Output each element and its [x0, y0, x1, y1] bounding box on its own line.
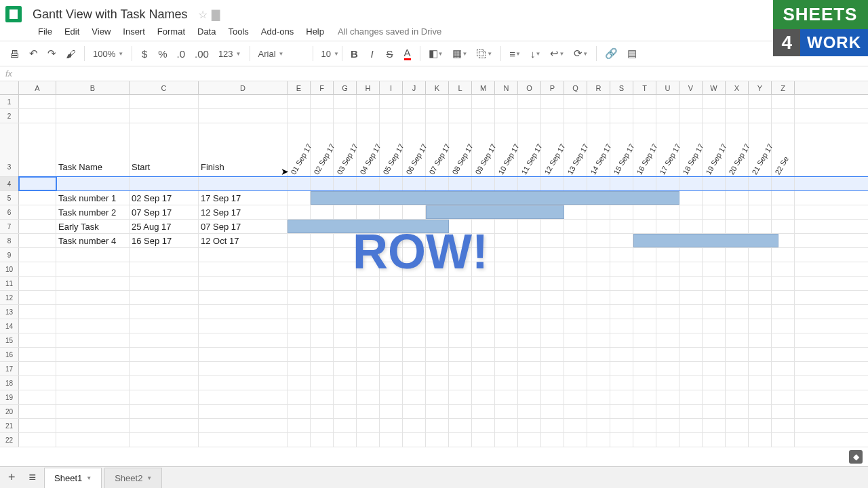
cell[interactable] [311, 362, 334, 375]
cell[interactable] [19, 262, 56, 276]
cell[interactable] [19, 419, 56, 432]
cell[interactable] [726, 362, 749, 375]
cell[interactable] [587, 234, 610, 247]
cell[interactable] [633, 333, 656, 347]
cell[interactable] [472, 348, 495, 361]
cell[interactable] [726, 419, 749, 432]
cell[interactable] [426, 433, 449, 447]
cell[interactable] [703, 95, 726, 108]
row-header[interactable]: 8 [0, 234, 19, 247]
cell[interactable] [656, 177, 679, 190]
cell[interactable] [130, 248, 199, 262]
cell[interactable] [288, 205, 311, 219]
cell[interactable] [19, 248, 56, 262]
cell[interactable] [587, 405, 610, 418]
cell[interactable] [633, 348, 656, 361]
cell[interactable] [472, 390, 495, 404]
menu-insert[interactable]: Insert [117, 24, 151, 39]
cell[interactable] [426, 390, 449, 404]
cell[interactable] [749, 262, 772, 276]
percent-icon[interactable]: % [154, 45, 171, 63]
cell[interactable] [130, 291, 199, 304]
cell[interactable] [772, 376, 795, 390]
cell[interactable] [726, 191, 749, 205]
row-header[interactable]: 11 [0, 277, 19, 290]
cell[interactable] [472, 419, 495, 432]
cell[interactable] [633, 419, 656, 432]
fill-color-icon[interactable]: ◧▼ [425, 44, 448, 63]
cell[interactable] [495, 433, 518, 447]
cell[interactable] [679, 390, 703, 404]
cell[interactable] [656, 433, 679, 447]
cell[interactable] [679, 205, 703, 219]
cell[interactable] [288, 405, 311, 418]
cell[interactable] [495, 376, 518, 390]
cell[interactable] [726, 376, 749, 390]
row-header[interactable]: 2 [0, 109, 19, 123]
cell[interactable] [610, 348, 633, 361]
cell[interactable] [679, 95, 703, 108]
row-header[interactable]: 5 [0, 191, 19, 205]
cell[interactable] [679, 405, 703, 418]
cell[interactable] [334, 319, 357, 333]
cell[interactable] [610, 234, 633, 247]
cell[interactable] [587, 109, 610, 123]
cell[interactable] [380, 319, 403, 333]
cell[interactable] [449, 291, 472, 304]
col-header[interactable]: D [199, 81, 288, 94]
cell[interactable] [772, 305, 795, 319]
cell[interactable] [587, 433, 610, 447]
cell[interactable] [56, 291, 130, 304]
cell[interactable] [495, 277, 518, 290]
cell[interactable]: Task Name [56, 123, 130, 176]
cell[interactable] [726, 205, 749, 219]
cell[interactable] [703, 220, 726, 233]
cell[interactable] [426, 95, 449, 108]
cell[interactable] [56, 177, 130, 190]
cell[interactable]: 17 Sep 17 [656, 123, 679, 176]
cell[interactable] [564, 234, 587, 247]
col-header[interactable]: W [703, 81, 726, 94]
cell[interactable] [679, 277, 703, 290]
h-align-icon[interactable]: ≡▼ [505, 45, 525, 63]
cell[interactable]: 02 Sep 17 [130, 191, 199, 205]
cell[interactable] [679, 333, 703, 347]
sheet-tab-2[interactable]: Sheet2▼ [104, 468, 162, 488]
cell[interactable] [610, 177, 633, 190]
col-header[interactable]: O [518, 81, 541, 94]
link-icon[interactable]: 🔗 [601, 44, 622, 63]
cell[interactable]: 09 Sep 17 [472, 123, 495, 176]
cell[interactable] [426, 109, 449, 123]
cell[interactable] [495, 95, 518, 108]
cell[interactable] [288, 191, 311, 205]
cell[interactable]: 18 Sep 17 [679, 123, 703, 176]
cell[interactable] [311, 348, 334, 361]
cell[interactable] [199, 376, 288, 390]
cell[interactable] [772, 220, 795, 233]
cell[interactable]: 11 Sep 17 [518, 123, 541, 176]
cell[interactable] [656, 305, 679, 319]
row-header[interactable]: 13 [0, 305, 19, 319]
cell[interactable] [472, 291, 495, 304]
cell[interactable] [19, 319, 56, 333]
cell[interactable] [610, 220, 633, 233]
cell[interactable] [703, 419, 726, 432]
cell[interactable] [656, 405, 679, 418]
cell[interactable] [541, 376, 564, 390]
cell[interactable] [587, 277, 610, 290]
col-header[interactable]: C [130, 81, 199, 94]
cell[interactable] [633, 376, 656, 390]
cell[interactable] [587, 319, 610, 333]
cell[interactable] [703, 390, 726, 404]
cell[interactable] [587, 348, 610, 361]
menu-edit[interactable]: Edit [59, 24, 85, 39]
cell[interactable] [449, 177, 472, 190]
cell[interactable] [610, 376, 633, 390]
menu-view[interactable]: View [86, 24, 116, 39]
cell[interactable] [56, 277, 130, 290]
document-title[interactable]: Gantt View with Task Names [33, 7, 187, 22]
cell[interactable] [403, 177, 426, 190]
cell[interactable] [288, 248, 311, 262]
cell[interactable] [633, 433, 656, 447]
cell[interactable] [199, 305, 288, 319]
